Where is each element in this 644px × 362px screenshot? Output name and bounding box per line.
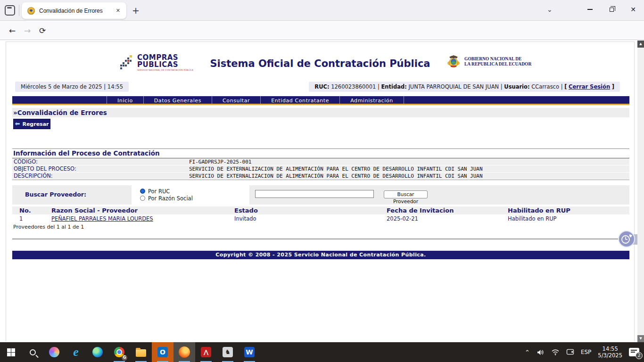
java-app-icon[interactable]: ♞ xyxy=(217,342,239,362)
gobierno-logo: GOBIERNO NACIONAL DE LA REPUBLICA DEL EC… xyxy=(446,53,531,70)
window-minimize-button[interactable] xyxy=(579,0,601,19)
page-title: Sistema Oficial de Contratación Pública xyxy=(6,58,634,69)
descripcion-value: SERVICIO DE EXTERNALIZACION DE ALIMENTAC… xyxy=(189,173,483,179)
nav-item-administracion[interactable]: Administración xyxy=(340,96,404,104)
gov-text-1: GOBIERNO NACIONAL DE xyxy=(464,57,531,62)
usuario-label: Usuario: xyxy=(504,83,529,90)
radio-por-ruc-label: Por RUC xyxy=(148,188,170,195)
forward-button[interactable]: → xyxy=(20,26,35,35)
ecuador-coat-of-arms-icon xyxy=(446,53,462,70)
chrome-icon[interactable]: G xyxy=(108,342,130,362)
page-content: COMPRAS PUBLICAS SERVICIO NACIONAL DE CO… xyxy=(6,41,635,341)
tab-list-chevron-icon[interactable]: ⌄ xyxy=(547,6,553,13)
word-icon[interactable]: W xyxy=(239,342,260,362)
radio-por-razon-social-icon[interactable] xyxy=(140,196,145,201)
floating-timer-widget[interactable] xyxy=(618,230,636,248)
codigo-value: FI-GADPRSJP-2025-001 xyxy=(189,159,251,165)
page-scrollbar[interactable]: ▲ ▼ xyxy=(637,41,644,342)
regresar-button[interactable]: ⬅ Regresar xyxy=(13,119,50,129)
site-header: COMPRAS PUBLICAS SERVICIO NACIONAL DE CO… xyxy=(6,42,634,81)
volume-icon[interactable] xyxy=(537,349,545,356)
window-close-button[interactable]: ✕ xyxy=(622,0,644,19)
notification-badge: 2 xyxy=(636,352,643,359)
file-explorer-icon[interactable] xyxy=(130,342,152,362)
nav-item-inicio[interactable]: Inicio xyxy=(107,96,144,104)
tray-clock[interactable]: 14:55 5/3/2025 xyxy=(598,346,622,359)
scrollbar-down-arrow[interactable]: ▼ xyxy=(637,335,644,342)
nav-item-datos-generales[interactable]: Datos Generales xyxy=(144,96,212,104)
edge-icon[interactable] xyxy=(87,342,108,362)
info-rows: CÓDIGO: FI-GADPRSJP-2025-001 OBJETO DEL … xyxy=(12,158,629,180)
clock-widget-icon[interactable] xyxy=(618,230,635,247)
results-table-header: No. Razon Social - Proveedor Estado Fech… xyxy=(12,206,629,214)
nav-item-entidad-contratante[interactable]: Entidad Contratante xyxy=(261,96,340,104)
usuario-value: CCarrasco xyxy=(531,83,559,90)
col-header-estado: Estado xyxy=(234,207,387,214)
back-arrow-icon: ⬅ xyxy=(15,122,20,126)
provider-name-link[interactable]: PEÑAFIEL PARRALES MARIA LOURDES xyxy=(51,215,153,222)
col-header-razon-social: Razon Social - Proveedor xyxy=(51,207,234,214)
search-radio-group: Por RUC Por Razón Social xyxy=(132,185,249,205)
system-tray: ⌃ ESP 14:55 5/3/2025 2 xyxy=(525,342,644,362)
pagination-text: Proveedores del 1 al 1 de 1 xyxy=(13,224,84,230)
objeto-value: SERVICIO DE EXTERNALIZACION DE ALIMENTAC… xyxy=(189,166,483,172)
cell-no: 1 xyxy=(19,215,51,222)
start-button[interactable] xyxy=(0,342,22,362)
col-header-no: No. xyxy=(19,207,51,214)
nav-item-consultar[interactable]: Consultar xyxy=(212,96,261,104)
info-row-objeto: OBJETO DEL PROCESO: SERVICIO DE EXTERNAL… xyxy=(12,165,629,172)
browser-tab[interactable]: Convalidación de Errores ✕ xyxy=(22,2,126,19)
browser-tab-bar: Convalidación de Errores ✕ + ⌄ ✕ xyxy=(0,0,644,21)
tray-time: 14:55 xyxy=(598,346,622,352)
firefox-view-icon[interactable] xyxy=(5,5,15,16)
col-header-habilitado-rup: Habilitado en RUP xyxy=(508,207,629,214)
breadcrumb: »Convalidación de Errores xyxy=(12,108,629,117)
scrollbar-up-arrow[interactable]: ▲ xyxy=(637,41,644,48)
radio-por-razon-social[interactable]: Por Razón Social xyxy=(140,195,249,202)
search-icon[interactable] xyxy=(22,342,43,362)
logout-bracket-open: [ xyxy=(564,83,567,90)
radio-por-razon-social-label: Por Razón Social xyxy=(148,195,193,202)
cell-fecha: 2025-02-21 xyxy=(387,215,508,222)
copilot-icon[interactable] xyxy=(43,342,65,362)
reload-button[interactable]: ⟳ xyxy=(35,26,50,35)
wifi-icon[interactable] xyxy=(551,349,560,355)
table-row: 1 PEÑAFIEL PARRALES MARIA LOURDES Invita… xyxy=(12,215,629,222)
back-button[interactable]: ← xyxy=(5,26,20,35)
cell-rup: Habilitado en RUP xyxy=(508,215,629,222)
tray-chevron-icon[interactable]: ⌃ xyxy=(525,349,530,356)
language-indicator[interactable]: ESP xyxy=(581,349,591,355)
window-restore-button[interactable] xyxy=(601,0,622,19)
info-row-codigo: CÓDIGO: FI-GADPRSJP-2025-001 xyxy=(12,158,629,165)
datetime-chip: Miércoles 5 de Marzo de 2025 | 14:55 xyxy=(15,82,129,92)
search-provider-input[interactable] xyxy=(255,190,374,198)
cell-estado: Invitado xyxy=(234,215,387,222)
user-session-chip: RUC: 1260023860001 | Entidad: JUNTA PARR… xyxy=(309,82,620,92)
browser-toolbar: ← → ⟳ https://www.compraspublicas.gob.ec… xyxy=(0,21,644,40)
new-tab-button[interactable]: + xyxy=(132,6,140,15)
objeto-label: OBJETO DEL PROCESO: xyxy=(12,165,189,172)
info-section-title: Información del Proceso de Contratación xyxy=(12,148,629,158)
tab-separator xyxy=(19,5,19,16)
notification-center-icon[interactable]: 2 xyxy=(629,348,639,356)
main-navbar: Inicio Datos Generales Consultar Entidad… xyxy=(12,96,629,105)
radio-por-ruc[interactable]: Por RUC xyxy=(140,188,249,195)
buscar-proveedor-button[interactable]: Buscar Proveedor xyxy=(384,190,428,198)
col-header-fecha-invitacion: Fecha de Invitacion xyxy=(387,207,508,214)
logout-link[interactable]: Cerrar Sesión xyxy=(569,83,610,90)
acrobat-icon[interactable]: ⋀ xyxy=(195,342,217,362)
tab-close-icon[interactable]: ✕ xyxy=(114,6,123,15)
status-row: Miércoles 5 de Marzo de 2025 | 14:55 RUC… xyxy=(6,82,634,92)
info-row-descripcion: DESCRIPCIÓN: SERVICIO DE EXTERNALIZACION… xyxy=(12,173,629,179)
ruc-label: RUC: xyxy=(314,83,329,90)
firefox-icon[interactable] xyxy=(173,342,195,362)
internet-explorer-icon[interactable]: e xyxy=(65,342,87,362)
screen: Convalidación de Errores ✕ + ⌄ ✕ ← → ⟳ h… xyxy=(0,0,644,362)
gov-text-2: LA REPUBLICA DEL ECUADOR xyxy=(464,62,531,67)
radio-por-ruc-icon[interactable] xyxy=(140,189,145,194)
entidad-label: Entidad: xyxy=(381,83,407,90)
display-icon[interactable] xyxy=(566,349,574,355)
entidad-value: JUNTA PARROQUIAL DE SAN JUAN xyxy=(408,83,499,90)
ruc-value: 1260023860001 xyxy=(331,83,376,90)
outlook-icon[interactable]: O xyxy=(152,342,173,362)
